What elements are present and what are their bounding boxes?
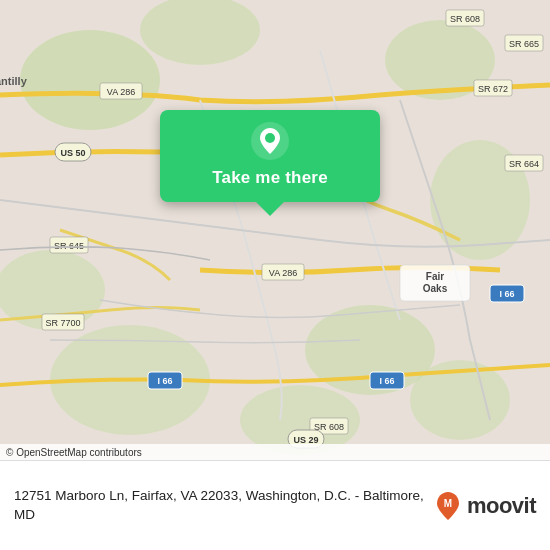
moovit-label: moovit bbox=[467, 493, 536, 519]
copyright-text: © OpenStreetMap contributors bbox=[6, 447, 142, 458]
svg-text:I 66: I 66 bbox=[157, 376, 172, 386]
svg-text:VA 286: VA 286 bbox=[107, 87, 135, 97]
svg-text:Fair: Fair bbox=[426, 271, 444, 282]
svg-text:Oaks: Oaks bbox=[423, 283, 448, 294]
moovit-icon: M bbox=[432, 490, 464, 522]
map-view[interactable]: I 66 I 66 I 66 SR 608 SR 608 SR 645 SR 7… bbox=[0, 0, 550, 460]
map-background: I 66 I 66 I 66 SR 608 SR 608 SR 645 SR 7… bbox=[0, 0, 550, 460]
moovit-logo: M moovit bbox=[432, 490, 536, 522]
svg-text:I 66: I 66 bbox=[499, 289, 514, 299]
svg-text:VA 286: VA 286 bbox=[269, 268, 297, 278]
svg-text:SR 645: SR 645 bbox=[54, 241, 84, 251]
address-text: 12751 Marboro Ln, Fairfax, VA 22033, Was… bbox=[14, 487, 432, 525]
footer: 12751 Marboro Ln, Fairfax, VA 22033, Was… bbox=[0, 460, 550, 550]
svg-point-1 bbox=[20, 30, 160, 130]
svg-text:US 50: US 50 bbox=[60, 148, 85, 158]
location-pin-icon bbox=[251, 122, 289, 160]
take-me-there-button[interactable]: Take me there bbox=[208, 166, 332, 190]
svg-text:SR 7700: SR 7700 bbox=[45, 318, 80, 328]
svg-text:SR 672: SR 672 bbox=[478, 84, 508, 94]
svg-point-45 bbox=[265, 133, 275, 143]
svg-text:SR 664: SR 664 bbox=[509, 159, 539, 169]
copyright-bar: © OpenStreetMap contributors bbox=[0, 444, 550, 460]
svg-text:SR 665: SR 665 bbox=[509, 39, 539, 49]
svg-text:SR 608: SR 608 bbox=[450, 14, 480, 24]
svg-text:I 66: I 66 bbox=[379, 376, 394, 386]
svg-text:antilly: antilly bbox=[0, 75, 28, 87]
navigation-popup[interactable]: Take me there bbox=[160, 110, 380, 202]
svg-text:M: M bbox=[444, 498, 452, 509]
